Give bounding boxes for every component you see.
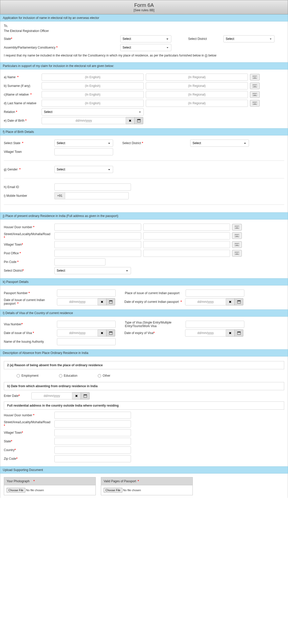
surname-regional-input[interactable] [146,82,248,89]
assembly-select[interactable]: Select [120,44,171,51]
issuing-auth-input[interactable] [57,338,116,345]
svg-rect-26 [256,102,256,103]
f-country-input[interactable] [54,446,131,454]
keyboard-icon[interactable] [232,232,242,239]
relation-select[interactable]: Select [42,108,144,116]
svg-rect-38 [236,228,238,228]
clear-icon[interactable]: ✖ [72,392,81,399]
radio-education[interactable] [59,374,62,377]
required-mark: * [25,119,27,122]
passport-no-input[interactable] [57,290,116,297]
svg-rect-36 [237,226,238,227]
svg-rect-43 [237,235,238,235]
calendar-icon[interactable] [106,329,115,337]
mobile-input[interactable] [65,192,129,199]
svg-rect-52 [236,245,238,246]
district-select[interactable]: Select [223,35,274,42]
birth-district-select[interactable]: Select [190,140,249,147]
village2-re-input[interactable] [143,241,230,248]
j-district-select[interactable]: Select [54,267,131,274]
rellast-english-input[interactable] [42,100,144,107]
house-en-input[interactable] [54,224,141,231]
radio-education-label: Education [64,374,77,377]
village-input[interactable] [54,148,113,155]
svg-rect-34 [236,226,236,227]
street-re-input[interactable] [143,232,230,239]
calendar-icon[interactable] [235,329,243,337]
required-mark: * [142,141,143,145]
required-mark: * [56,46,57,49]
choose-file-photo[interactable]: Choose File [7,488,25,492]
relname-english-input[interactable] [42,91,144,98]
calendar-icon[interactable] [235,298,243,305]
calendar-icon[interactable] [135,117,143,124]
svg-rect-3 [254,76,255,77]
visa-type-input[interactable] [186,321,244,328]
svg-rect-23 [254,102,254,103]
rellast-regional-input[interactable] [146,100,248,107]
form-subtitle: [See rules 8B] [0,8,288,12]
svg-rect-6 [254,78,256,78]
required-mark: * [16,457,18,461]
keyboard-icon[interactable] [232,224,242,231]
keyboard-icon[interactable] [232,241,242,248]
radio-employment[interactable] [17,374,20,377]
postoffice-en-input[interactable] [54,250,141,257]
required-mark: * [33,331,34,335]
required-mark: * [17,75,19,79]
keyboard-icon[interactable] [232,250,242,257]
state-select[interactable]: Select [120,35,171,42]
required-mark: * [30,93,32,96]
postoffice-re-input[interactable] [143,250,230,257]
passport-issue-input[interactable] [57,298,98,305]
choose-file-passport[interactable]: Choose File [104,488,122,492]
visa-issue-input[interactable] [57,329,98,337]
passport-place-input[interactable] [186,290,244,297]
birth-state-select[interactable]: Select [54,140,113,147]
gender-select[interactable]: Select [54,166,113,173]
clear-icon[interactable]: ✖ [98,298,106,305]
name-english-input[interactable] [42,74,144,81]
house-re-input[interactable] [143,224,230,231]
clear-icon[interactable]: ✖ [226,329,235,337]
f-country-label: Country [4,448,15,452]
visa-no-input[interactable] [57,321,116,328]
keyboard-icon[interactable] [250,100,260,107]
village2-en-input[interactable] [54,241,141,248]
f-zip-input[interactable] [54,455,131,462]
calendar-icon[interactable] [106,298,115,305]
email-input[interactable] [54,183,131,191]
f-state-input[interactable] [54,438,131,445]
calendar-icon[interactable] [81,392,90,399]
svg-rect-48 [236,244,236,244]
passport-expiry-input[interactable] [185,298,226,305]
radio-other[interactable] [98,374,101,377]
f-village-input[interactable] [54,429,131,436]
relname-regional-input[interactable] [146,91,248,98]
sel-state-label: Select State [4,141,20,145]
keyboard-icon[interactable] [250,91,260,98]
f-street-input[interactable] [54,420,131,428]
svg-rect-17 [254,94,255,94]
visa-expiry-input[interactable] [185,329,226,337]
street-en-input[interactable] [54,232,141,239]
keyboard-icon[interactable] [250,74,260,80]
svg-rect-32 [235,226,239,229]
visa-expiry-label: Date of expiry of Visa [124,331,153,335]
section-particulars: Particulars in support of my claim for i… [0,62,288,70]
clear-icon[interactable]: ✖ [126,117,135,124]
keyboard-icon[interactable] [250,83,260,89]
surname-english-input[interactable] [42,82,144,89]
clear-icon[interactable]: ✖ [98,329,106,337]
f-house-input[interactable] [54,412,131,419]
relname-label: c)Name of relative [4,93,29,96]
name-regional-input[interactable] [146,74,248,81]
svg-rect-42 [236,235,237,235]
clear-icon[interactable]: ✖ [226,298,235,305]
absent-date-input[interactable] [31,392,72,399]
request-paragraph: I request that my name be included in th… [4,54,284,57]
svg-rect-20 [254,95,256,96]
dob-input[interactable] [42,117,126,124]
pincode-input[interactable] [54,258,105,266]
svg-rect-4 [255,76,256,77]
